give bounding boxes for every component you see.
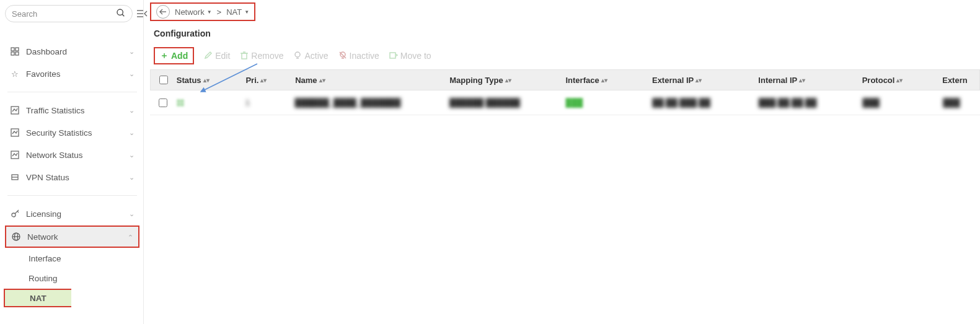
row-checkbox[interactable] [159,99,167,107]
edit-button[interactable]: Edit [204,51,230,61]
sidebar-subitem-label: Routing [29,274,58,283]
add-button[interactable]: ＋ Add [154,47,194,64]
cell-interface: ███ [566,98,583,107]
toolbar-label: Move to [400,51,431,61]
key-icon [10,209,20,218]
svg-rect-7 [11,52,14,55]
sort-icon: ▴▾ [260,77,267,84]
sidebar-subitem-label: Interface [29,254,61,263]
status-active-icon [176,99,185,107]
th-mapping-type[interactable]: Mapping Type▴▾ [449,76,565,85]
main-content: Network ▼ > NAT ▼ Configuration ＋ Add [144,0,980,324]
trash-icon [240,51,249,61]
sort-icon: ▴▾ [505,77,511,84]
svg-rect-8 [15,52,19,55]
th-protocol[interactable]: Protocol▴▾ [862,76,943,85]
sidebar-subitem-nat[interactable]: NAT [4,289,71,307]
chevron-down-icon: ⌄ [129,129,135,137]
chevron-down-icon: ⌄ [129,210,135,218]
sidebar-subitem-routing[interactable]: Routing [5,269,139,287]
th-status[interactable]: Status▴▾ [177,76,246,85]
sidebar-item-network-status[interactable]: Network Status ⌄ [5,144,139,165]
sort-icon: ▴▾ [601,77,607,84]
sidebar-item-traffic-statistics[interactable]: Traffic Statistics ⌄ [5,100,139,121]
back-button[interactable] [156,5,170,19]
sort-icon: ▴▾ [896,77,903,84]
svg-rect-5 [11,48,14,51]
chevron-down-icon: ⌄ [129,151,135,159]
chart-icon [10,106,20,115]
sidebar-item-label: Licensing [26,209,123,219]
th-external-ip[interactable]: External IP▴▾ [652,76,758,85]
nat-table: Status▴▾ Pri.▴▾ Name▴▾ Mapping Type▴▾ In… [150,69,980,115]
svg-rect-10 [11,129,19,136]
moveto-icon [389,51,398,61]
svg-point-0 [117,9,123,15]
pencil-icon [204,51,213,61]
sidebar-item-favorites[interactable]: ☆ Favorites ⌄ [5,63,139,84]
cell-external-ip: ██.██.███.██ [652,98,710,107]
inactive-button[interactable]: Inactive [338,51,379,61]
breadcrumb-label: Network [175,7,205,17]
th-internal-ip[interactable]: Internal IP▴▾ [758,76,862,85]
caret-down-icon: ▼ [244,9,249,15]
sort-icon: ▴▾ [695,77,702,84]
moveto-button[interactable]: Move to [389,51,431,61]
sort-icon: ▴▾ [319,77,325,84]
th-pri[interactable]: Pri.▴▾ [245,76,295,85]
sidebar-item-label: Security Statistics [26,128,123,138]
sidebar-item-dashboard[interactable]: Dashboard ⌄ [5,41,139,62]
sidebar-item-label: Dashboard [26,47,123,56]
sidebar-item-security-statistics[interactable]: Security Statistics ⌄ [5,122,139,143]
th-external-port[interactable]: Extern [942,76,979,85]
breadcrumb-network[interactable]: Network ▼ [175,7,212,17]
table-row[interactable]: 1 ██████_████_███████ ██████ ██████ ███ … [150,90,980,115]
sidebar-item-label: VPN Status [26,173,123,182]
svg-point-24 [295,52,300,57]
toolbar-label: Edit [215,51,230,61]
svg-rect-11 [11,151,19,159]
star-icon: ☆ [10,69,20,79]
search-box[interactable] [5,5,133,22]
sidebar-separator [7,92,137,92]
select-all-checkbox[interactable] [159,76,168,84]
sidebar-subitem-label: NAT [30,294,46,303]
search-input[interactable] [12,9,116,19]
bulb-off-icon [338,51,347,61]
sidebar-subitem-interface[interactable]: Interface [5,249,139,268]
plus-icon: ＋ [160,50,169,61]
chevron-up-icon: ⌄ [128,233,133,241]
breadcrumb-label: NAT [226,7,242,17]
th-name[interactable]: Name▴▾ [295,76,449,85]
toolbar-label: Inactive [350,51,379,61]
cell-internal-ip: ███.██.██.██ [759,98,817,107]
sidebar-item-label: Network Status [26,151,123,160]
breadcrumb-separator: > [217,7,222,17]
search-icon[interactable] [116,8,126,20]
sidebar-item-label: Network [27,232,121,242]
cell-external-port: ███ [943,98,960,107]
sort-icon: ▴▾ [203,77,210,84]
chevron-down-icon: ⌄ [129,70,135,78]
svg-rect-29 [390,53,395,58]
chart-icon [10,128,20,137]
active-button[interactable]: Active [293,51,328,61]
sort-icon: ▴▾ [799,77,805,84]
dashboard-icon [10,47,20,56]
th-interface[interactable]: Interface▴▾ [565,76,651,85]
sidebar-separator [7,195,137,196]
sidebar-item-vpn-status[interactable]: VPN Status ⌄ [5,167,139,188]
sidebar-item-network[interactable]: Network ⌄ [5,225,139,248]
sidebar: Dashboard ⌄ ☆ Favorites ⌄ Traffic Statis… [0,0,144,324]
cell-maptype: ██████ ██████ [449,98,520,107]
sidebar-item-licensing[interactable]: Licensing ⌄ [5,203,139,224]
cell-pri: 1 [245,98,250,107]
caret-down-icon: ▼ [207,9,212,15]
remove-button[interactable]: Remove [240,51,283,61]
cell-name: ██████_████_███████ [294,98,400,107]
breadcrumb-nat[interactable]: NAT ▼ [226,7,249,17]
sidebar-item-label: Favorites [26,69,123,79]
vpn-icon [10,173,20,182]
breadcrumb: Network ▼ > NAT ▼ [150,2,255,21]
svg-line-16 [17,211,19,212]
